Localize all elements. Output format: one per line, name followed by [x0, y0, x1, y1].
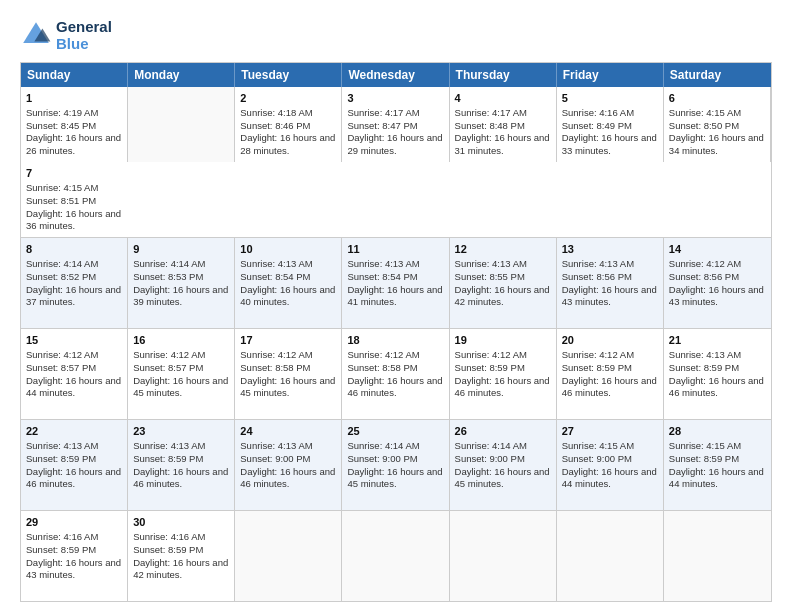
daylight: Daylight: 16 hours and 44 minutes. — [26, 375, 121, 399]
sunset: Sunset: 9:00 PM — [455, 453, 525, 464]
calendar-cell: 22Sunrise: 4:13 AMSunset: 8:59 PMDayligh… — [21, 420, 128, 510]
sunrise: Sunrise: 4:15 AM — [669, 440, 741, 451]
daylight: Daylight: 16 hours and 45 minutes. — [455, 466, 550, 490]
calendar-cell — [557, 511, 664, 601]
sunrise: Sunrise: 4:12 AM — [669, 258, 741, 269]
calendar-cell: 5Sunrise: 4:16 AMSunset: 8:49 PMDaylight… — [557, 87, 664, 162]
daylight: Daylight: 16 hours and 45 minutes. — [347, 466, 442, 490]
sunrise: Sunrise: 4:13 AM — [455, 258, 527, 269]
weekday-header: Wednesday — [342, 63, 449, 87]
calendar-cell — [450, 511, 557, 601]
sunset: Sunset: 8:57 PM — [133, 362, 203, 373]
calendar-cell: 29Sunrise: 4:16 AMSunset: 8:59 PMDayligh… — [21, 511, 128, 601]
calendar-cell: 10Sunrise: 4:13 AMSunset: 8:54 PMDayligh… — [235, 238, 342, 328]
sunset: Sunset: 8:59 PM — [133, 544, 203, 555]
calendar-cell: 9Sunrise: 4:14 AMSunset: 8:53 PMDaylight… — [128, 238, 235, 328]
day-number: 16 — [133, 333, 229, 348]
sunrise: Sunrise: 4:14 AM — [26, 258, 98, 269]
sunrise: Sunrise: 4:16 AM — [26, 531, 98, 542]
calendar-cell: 30Sunrise: 4:16 AMSunset: 8:59 PMDayligh… — [128, 511, 235, 601]
sunrise: Sunrise: 4:14 AM — [133, 258, 205, 269]
calendar-body: 1Sunrise: 4:19 AMSunset: 8:45 PMDaylight… — [21, 87, 771, 601]
day-number: 6 — [669, 91, 765, 106]
calendar-cell — [235, 511, 342, 601]
day-number: 9 — [133, 242, 229, 257]
sunset: Sunset: 8:54 PM — [347, 271, 417, 282]
calendar-header: SundayMondayTuesdayWednesdayThursdayFrid… — [21, 63, 771, 87]
calendar-cell: 14Sunrise: 4:12 AMSunset: 8:56 PMDayligh… — [664, 238, 771, 328]
daylight: Daylight: 16 hours and 44 minutes. — [562, 466, 657, 490]
sunset: Sunset: 8:59 PM — [133, 453, 203, 464]
calendar-cell: 12Sunrise: 4:13 AMSunset: 8:55 PMDayligh… — [450, 238, 557, 328]
day-number: 26 — [455, 424, 551, 439]
daylight: Daylight: 16 hours and 41 minutes. — [347, 284, 442, 308]
sunrise: Sunrise: 4:14 AM — [455, 440, 527, 451]
sunset: Sunset: 9:00 PM — [240, 453, 310, 464]
day-number: 25 — [347, 424, 443, 439]
weekday-header: Sunday — [21, 63, 128, 87]
day-number: 30 — [133, 515, 229, 530]
daylight: Daylight: 16 hours and 34 minutes. — [669, 132, 764, 156]
calendar-cell: 7Sunrise: 4:15 AMSunset: 8:51 PMDaylight… — [21, 162, 128, 237]
daylight: Daylight: 16 hours and 43 minutes. — [26, 557, 121, 581]
daylight: Daylight: 16 hours and 29 minutes. — [347, 132, 442, 156]
calendar-cell — [342, 511, 449, 601]
sunset: Sunset: 8:54 PM — [240, 271, 310, 282]
sunrise: Sunrise: 4:15 AM — [669, 107, 741, 118]
calendar-row: 1Sunrise: 4:19 AMSunset: 8:45 PMDaylight… — [21, 87, 771, 238]
sunrise: Sunrise: 4:13 AM — [240, 440, 312, 451]
daylight: Daylight: 16 hours and 46 minutes. — [26, 466, 121, 490]
sunset: Sunset: 8:59 PM — [562, 362, 632, 373]
weekday-header: Monday — [128, 63, 235, 87]
sunrise: Sunrise: 4:18 AM — [240, 107, 312, 118]
day-number: 1 — [26, 91, 122, 106]
sunrise: Sunrise: 4:12 AM — [562, 349, 634, 360]
daylight: Daylight: 16 hours and 42 minutes. — [133, 557, 228, 581]
daylight: Daylight: 16 hours and 46 minutes. — [562, 375, 657, 399]
calendar-cell: 6Sunrise: 4:15 AMSunset: 8:50 PMDaylight… — [664, 87, 771, 162]
daylight: Daylight: 16 hours and 46 minutes. — [455, 375, 550, 399]
sunrise: Sunrise: 4:13 AM — [133, 440, 205, 451]
day-number: 5 — [562, 91, 658, 106]
daylight: Daylight: 16 hours and 37 minutes. — [26, 284, 121, 308]
daylight: Daylight: 16 hours and 46 minutes. — [347, 375, 442, 399]
sunset: Sunset: 8:50 PM — [669, 120, 739, 131]
daylight: Daylight: 16 hours and 44 minutes. — [669, 466, 764, 490]
calendar-cell: 28Sunrise: 4:15 AMSunset: 8:59 PMDayligh… — [664, 420, 771, 510]
sunrise: Sunrise: 4:12 AM — [347, 349, 419, 360]
sunrise: Sunrise: 4:17 AM — [347, 107, 419, 118]
day-number: 21 — [669, 333, 766, 348]
sunrise: Sunrise: 4:13 AM — [26, 440, 98, 451]
day-number: 8 — [26, 242, 122, 257]
day-number: 18 — [347, 333, 443, 348]
sunset: Sunset: 8:58 PM — [347, 362, 417, 373]
daylight: Daylight: 16 hours and 43 minutes. — [562, 284, 657, 308]
day-number: 23 — [133, 424, 229, 439]
day-number: 2 — [240, 91, 336, 106]
daylight: Daylight: 16 hours and 28 minutes. — [240, 132, 335, 156]
daylight: Daylight: 16 hours and 45 minutes. — [133, 375, 228, 399]
sunrise: Sunrise: 4:16 AM — [133, 531, 205, 542]
sunset: Sunset: 8:51 PM — [26, 195, 96, 206]
sunset: Sunset: 8:52 PM — [26, 271, 96, 282]
daylight: Daylight: 16 hours and 46 minutes. — [133, 466, 228, 490]
daylight: Daylight: 16 hours and 39 minutes. — [133, 284, 228, 308]
sunset: Sunset: 8:59 PM — [669, 453, 739, 464]
weekday-header: Tuesday — [235, 63, 342, 87]
sunrise: Sunrise: 4:13 AM — [240, 258, 312, 269]
calendar: SundayMondayTuesdayWednesdayThursdayFrid… — [20, 62, 772, 602]
calendar-cell: 26Sunrise: 4:14 AMSunset: 9:00 PMDayligh… — [450, 420, 557, 510]
day-number: 3 — [347, 91, 443, 106]
day-number: 29 — [26, 515, 122, 530]
calendar-row: 22Sunrise: 4:13 AMSunset: 8:59 PMDayligh… — [21, 420, 771, 511]
sunset: Sunset: 8:58 PM — [240, 362, 310, 373]
day-number: 14 — [669, 242, 766, 257]
day-number: 22 — [26, 424, 122, 439]
calendar-row: 8Sunrise: 4:14 AMSunset: 8:52 PMDaylight… — [21, 238, 771, 329]
calendar-cell: 8Sunrise: 4:14 AMSunset: 8:52 PMDaylight… — [21, 238, 128, 328]
logo-icon — [20, 19, 52, 51]
day-number: 28 — [669, 424, 766, 439]
calendar-cell: 13Sunrise: 4:13 AMSunset: 8:56 PMDayligh… — [557, 238, 664, 328]
sunset: Sunset: 8:49 PM — [562, 120, 632, 131]
calendar-cell: 4Sunrise: 4:17 AMSunset: 8:48 PMDaylight… — [450, 87, 557, 162]
